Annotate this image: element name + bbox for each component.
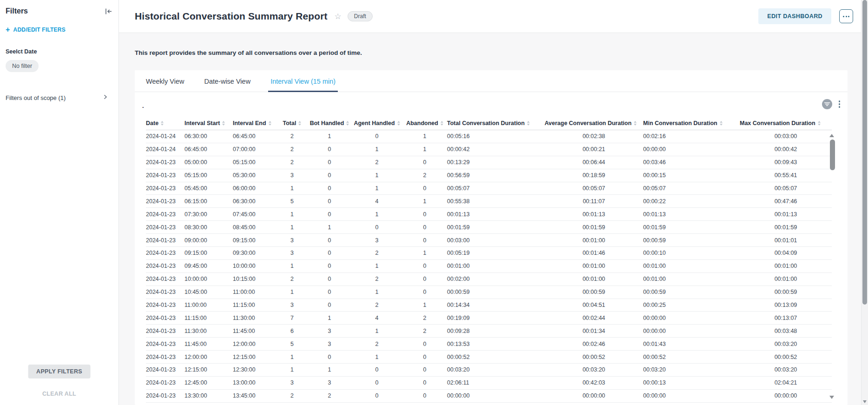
table-cell: 00:00:59	[447, 289, 545, 295]
apply-filters-button[interactable]: APPLY FILTERS	[28, 365, 91, 378]
table-cell: 06:30:00	[184, 133, 233, 139]
table-cell: 2	[351, 159, 402, 166]
column-header[interactable]: Interval Start	[184, 120, 233, 126]
table-cell: 1	[276, 185, 308, 192]
table-cell: 0	[308, 289, 351, 295]
sort-icon[interactable]	[222, 121, 225, 126]
table-scrollbar-thumb[interactable]	[830, 139, 835, 170]
sort-icon[interactable]	[441, 121, 443, 126]
table-cell: 00:00:13	[643, 379, 740, 386]
table-cell: 0	[402, 224, 447, 231]
favorite-star-icon[interactable]: ☆	[335, 13, 342, 20]
table-cell: 0	[402, 276, 447, 282]
table-cell: 00:03:00	[447, 237, 545, 244]
table-row: 2024-01-2311:00:0011:15:00302100:14:3400…	[146, 299, 832, 312]
table-menu-icon[interactable]	[837, 99, 842, 109]
table-cell: 00:01:59	[447, 224, 545, 231]
table-cell: 0	[308, 237, 351, 244]
table-row: 2024-01-2309:45:0010:00:00101000:01:0000…	[146, 260, 832, 273]
sort-icon[interactable]	[298, 121, 301, 126]
table-cell: 1	[351, 185, 402, 192]
table-body: 2024-01-2406:30:0006:45:00210100:05:1600…	[146, 130, 832, 403]
column-header[interactable]: Total	[276, 120, 308, 126]
table-row: 2024-01-2312:45:0013:00:00330002:06:1100…	[146, 377, 832, 390]
column-header-label: Date	[146, 120, 158, 126]
table-cell: 2024-01-24	[146, 146, 184, 153]
page-scrollbar[interactable]	[861, 0, 868, 405]
sort-icon[interactable]	[346, 121, 349, 126]
table-cell: 0	[402, 366, 447, 373]
table-filter-icon[interactable]	[822, 99, 832, 109]
page-scrollbar-thumb[interactable]	[862, 0, 867, 305]
scrollbar-arrow-down-icon	[863, 400, 867, 403]
collapse-sidebar-icon[interactable]	[104, 7, 113, 15]
table-cell: 00:55:38	[447, 198, 545, 205]
sort-icon[interactable]	[818, 121, 821, 126]
more-options-button[interactable]	[839, 9, 853, 23]
sort-icon[interactable]	[634, 121, 637, 126]
sort-icon[interactable]	[397, 121, 400, 126]
table-cell: 0	[402, 392, 447, 399]
table-cell: 00:03:00	[740, 133, 832, 139]
filters-out-of-scope-row[interactable]: Filters out of scope (1)	[6, 94, 113, 101]
column-header[interactable]: Agent Handled	[351, 120, 402, 126]
table-cell: 1	[351, 211, 402, 218]
add-edit-filters-button[interactable]: + ADD/EDIT FILTERS	[6, 27, 113, 33]
table-cell: 00:00:00	[643, 315, 740, 321]
table-row: 2024-01-2310:45:0011:00:00101000:00:5900…	[146, 286, 832, 299]
table-scroll-up-icon[interactable]	[829, 134, 834, 137]
table-cell: 00:01:00	[643, 276, 740, 282]
view-tabs: Weekly View Date-wise View Interval View…	[135, 70, 848, 92]
sort-icon[interactable]	[269, 121, 271, 126]
table-cell: 12:00:00	[233, 341, 276, 347]
add-edit-filters-label: ADD/EDIT FILTERS	[13, 27, 66, 33]
table-cell: 00:00:52	[643, 354, 740, 360]
table-cell: 11:30:00	[184, 328, 233, 334]
table-cell: 4	[351, 315, 402, 321]
table-scroll-down-icon[interactable]	[829, 396, 834, 399]
widget-title: .	[142, 102, 144, 109]
table-cell: 2	[276, 133, 308, 139]
table-cell: 00:01:00	[545, 237, 643, 244]
table-cell: 11:45:00	[233, 328, 276, 334]
table-cell: 02:04:21	[740, 379, 832, 386]
table-cell: 2	[402, 172, 447, 179]
column-header[interactable]: Average Conversation Duration	[545, 120, 643, 126]
table-cell: 00:01:00	[643, 263, 740, 269]
table-row: 2024-01-2308:30:0008:45:00110000:01:5900…	[146, 221, 832, 234]
no-filter-chip[interactable]: No filter	[6, 60, 39, 72]
table-cell: 2024-01-23	[146, 392, 184, 399]
table-cell: 2024-01-23	[146, 263, 184, 269]
table-cell: 10:15:00	[233, 276, 276, 282]
edit-dashboard-button[interactable]: EDIT DASHBOARD	[758, 8, 831, 24]
table-cell: 00:09:28	[447, 328, 545, 334]
column-header[interactable]: Date	[146, 120, 184, 126]
column-header[interactable]: Total Conversation Duration	[447, 120, 545, 126]
table-cell: 0	[308, 302, 351, 308]
table-cell: 00:05:07	[740, 185, 832, 192]
column-header-label: Min Conversation Duration	[643, 120, 717, 126]
tab-date-wise-view[interactable]: Date-wise View	[203, 70, 251, 92]
column-header[interactable]: Abandoned	[402, 120, 447, 126]
page-header: Historical Conversation Summary Report ☆…	[119, 0, 861, 33]
table-cell: 2024-01-24	[146, 133, 184, 139]
tab-interval-view[interactable]: Interval View (15 min)	[270, 70, 336, 92]
table-cell: 1	[351, 354, 402, 360]
column-header[interactable]: Bot Handled	[308, 120, 351, 126]
sort-icon[interactable]	[720, 121, 723, 126]
table-cell: 0	[402, 289, 447, 295]
widget-toolbar: .	[135, 92, 848, 116]
table-cell: 0	[402, 263, 447, 269]
clear-all-button[interactable]: CLEAR ALL	[0, 391, 118, 397]
column-header[interactable]: Interval End	[233, 120, 276, 126]
table-cell: 2	[276, 276, 308, 282]
table-cell: 3	[276, 172, 308, 179]
table-cell: 08:30:00	[184, 224, 233, 231]
sort-icon[interactable]	[527, 121, 530, 126]
table-cell: 00:01:00	[545, 263, 643, 269]
column-header[interactable]: Min Conversation Duration	[643, 120, 740, 126]
tab-weekly-view[interactable]: Weekly View	[145, 70, 185, 92]
column-header[interactable]: Max Conversation Duration	[740, 120, 832, 126]
sort-icon[interactable]	[161, 121, 164, 126]
table-cell: 0	[308, 354, 351, 360]
